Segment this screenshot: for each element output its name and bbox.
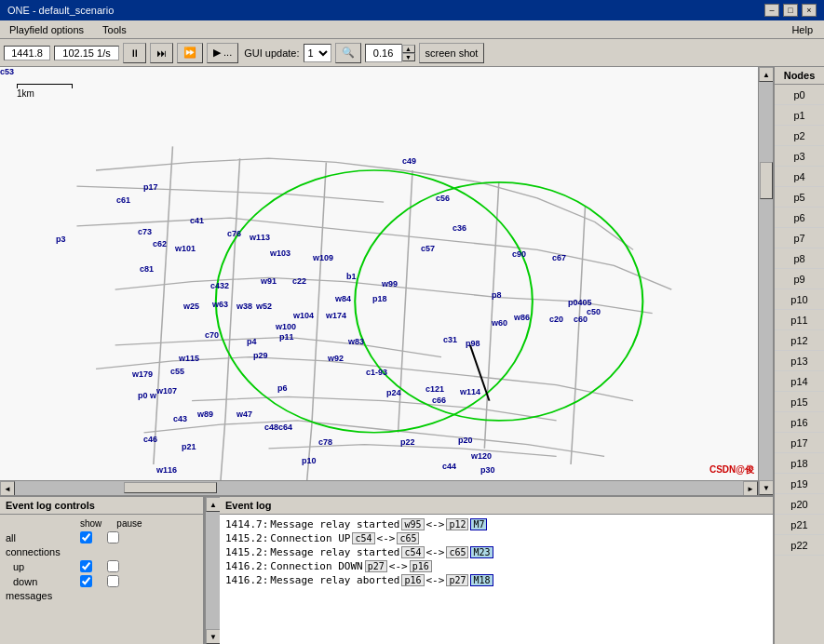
node-c90: c90	[512, 249, 526, 259]
help-button[interactable]: Help	[784, 23, 820, 36]
node-c49: c49	[402, 156, 416, 166]
show-col-header: show	[80, 518, 101, 529]
map-svg	[0, 67, 758, 480]
up-checks	[80, 560, 119, 572]
hscroll-left[interactable]: ◄	[0, 481, 15, 495]
content-area: 1km c49 c56 c36 c53 c57 c90 c67 c76 w113…	[0, 67, 773, 644]
zoom-down-arrow[interactable]: ▼	[402, 53, 415, 61]
ectl-scroll-down[interactable]: ▼	[206, 629, 221, 644]
node-item-p1[interactable]: p1	[775, 105, 824, 126]
event-controls: Event log controls show pause	[0, 497, 205, 644]
pause-button[interactable]: ⏸	[123, 43, 146, 63]
vscroll-track[interactable]	[759, 82, 773, 480]
menu-tools[interactable]: Tools	[97, 23, 132, 36]
hscroll-thumb[interactable]	[124, 482, 217, 493]
map-canvas[interactable]: 1km c49 c56 c36 c53 c57 c90 c67 c76 w113…	[0, 67, 758, 480]
node-item-p11[interactable]: p11	[775, 310, 824, 330]
scale-bar: 1km	[17, 84, 73, 99]
ectl-scroll-up[interactable]: ▲	[206, 497, 221, 512]
log-time-3: 1416.2:	[225, 560, 268, 572]
log-entry-1: 1415.2: Connection UP c54 <-> c65	[225, 532, 767, 544]
zoom-up-arrow[interactable]: ▲	[402, 45, 415, 53]
node-item-p4[interactable]: p4	[775, 167, 824, 187]
pause-col-header: pause	[116, 518, 142, 529]
zoom-input[interactable]: 0.16	[365, 44, 402, 62]
node-w107: w107	[156, 386, 177, 396]
down-show-checkbox[interactable]	[80, 575, 92, 587]
log-text-3: Connection DOWN	[270, 560, 362, 572]
header-checks: show pause	[80, 518, 142, 529]
minimize-button[interactable]: –	[764, 4, 779, 17]
node-b1: b1	[346, 272, 357, 281]
down-label: down	[6, 576, 80, 587]
node-item-p17[interactable]: p17	[775, 433, 824, 453]
toolbar: 1441.8 102.15 1/s ⏸ ⏭ ⏩ ▶ ... GUI update…	[0, 39, 824, 67]
step-button[interactable]: ⏭	[150, 43, 173, 63]
screenshot-button[interactable]: screen shot	[419, 43, 485, 63]
node-item-p14[interactable]: p14	[775, 371, 824, 392]
node-c62: c62	[153, 239, 167, 248]
maximize-button[interactable]: □	[783, 4, 798, 17]
log-time-4: 1416.2:	[225, 574, 268, 586]
vscroll-up[interactable]: ▲	[759, 67, 773, 82]
show-label: show	[80, 518, 101, 529]
ectl-scroll-track[interactable]	[206, 512, 220, 629]
node-item-p19[interactable]: p19	[775, 474, 824, 494]
node-item-p8[interactable]: p8	[775, 248, 824, 269]
node-c73: c73	[138, 227, 152, 236]
zoom-icon[interactable]: 🔍	[335, 43, 361, 63]
node-item-p10[interactable]: p10	[775, 289, 824, 310]
node-item-p12[interactable]: p12	[775, 330, 824, 351]
controls-section-messages: messages	[6, 590, 197, 601]
down-checks	[80, 575, 119, 587]
map-hscroll[interactable]: ◄ ►	[0, 480, 758, 495]
gui-update-select[interactable]: 125	[304, 44, 331, 62]
gui-update-group: GUI update: 125	[242, 44, 331, 62]
up-pause-col	[107, 560, 119, 572]
hscroll-track[interactable]	[15, 481, 743, 495]
down-pause-checkbox[interactable]	[107, 575, 119, 587]
node-item-p2[interactable]: p2	[775, 126, 824, 146]
controls-section-connections: connections	[6, 546, 197, 557]
vscroll-down[interactable]: ▼	[759, 480, 773, 495]
node-item-p15[interactable]: p15	[775, 392, 824, 412]
node-item-p7[interactable]: p7	[775, 228, 824, 248]
all-show-checkbox[interactable]	[80, 531, 92, 543]
node-c70: c70	[205, 330, 219, 340]
node-item-p5[interactable]: p5	[775, 187, 824, 208]
node-c46: c46	[143, 435, 157, 444]
play-button[interactable]: ▶ ...	[207, 43, 238, 63]
fast-button[interactable]: ⏩	[177, 43, 203, 63]
up-show-col	[80, 560, 92, 572]
node-p50: p30	[480, 465, 495, 475]
node-item-p20[interactable]: p20	[775, 494, 824, 515]
vscroll-thumb[interactable]	[760, 162, 773, 199]
node-c56: c56	[436, 194, 450, 203]
close-button[interactable]: ×	[802, 4, 817, 17]
node-c31: c31	[443, 335, 457, 344]
node-item-p6[interactable]: p6	[775, 208, 824, 228]
menu-playfield[interactable]: Playfield options	[4, 23, 89, 36]
node-w101: w101	[175, 244, 196, 253]
node-item-p22[interactable]: p22	[775, 535, 824, 556]
node-w113: w113	[250, 233, 270, 242]
node-c44: c44	[442, 462, 456, 471]
node-item-p18[interactable]: p18	[775, 453, 824, 474]
up-pause-checkbox[interactable]	[107, 560, 119, 572]
node-c36: c36	[453, 223, 466, 233]
up-show-checkbox[interactable]	[80, 560, 92, 572]
node-c20: c20	[549, 315, 563, 324]
all-pause-checkbox[interactable]	[107, 531, 119, 543]
node-item-p0[interactable]: p0	[775, 85, 824, 105]
node-item-p13[interactable]: p13	[775, 351, 824, 371]
map-vscroll[interactable]: ▲ ▼	[758, 67, 773, 495]
controls-row-down: down	[6, 575, 197, 587]
node-item-p9[interactable]: p9	[775, 269, 824, 289]
node-item-p3[interactable]: p3	[775, 146, 824, 167]
node-item-p16[interactable]: p16	[775, 412, 824, 433]
event-controls-scrollbar[interactable]: ▲ ▼	[205, 497, 220, 644]
node-w115: w115	[179, 354, 199, 363]
node-c22: c22	[292, 276, 306, 286]
node-item-p21[interactable]: p21	[775, 515, 824, 535]
hscroll-right[interactable]: ►	[743, 481, 758, 495]
